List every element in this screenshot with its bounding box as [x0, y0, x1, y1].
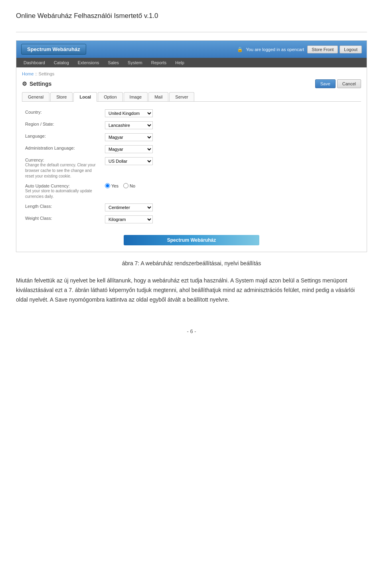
region-label: Region / State: [22, 119, 102, 131]
length-class-label: Length Class: [22, 201, 102, 213]
nav-reports[interactable]: Reports [147, 58, 171, 67]
header-right: 🔒 You are logged in as opencart Store Fr… [237, 45, 362, 53]
nav-system[interactable]: System [124, 58, 146, 67]
screenshot-container: Spectrum Webáruház 🔒 You are logged in a… [16, 40, 367, 252]
language-field: Magyar [102, 131, 361, 143]
settings-title-text: Settings [30, 81, 51, 87]
settings-header: ⚙ Settings Save Cancel [22, 79, 361, 88]
table-row: Length Class: Centimeter [22, 201, 361, 213]
table-row: Administration Language: Magyar [22, 143, 361, 155]
admin-header: Spectrum Webáruház 🔒 You are logged in a… [16, 41, 367, 58]
page-title: Online Webáruház Felhasználói Ismertető … [16, 12, 367, 20]
radio-yes-label[interactable]: Yes [105, 183, 118, 188]
language-label: Language: [22, 131, 102, 143]
table-row: Country: United Kingdom [22, 107, 361, 119]
header-action-buttons: Save Cancel [315, 79, 361, 88]
country-field: United Kingdom [102, 107, 361, 119]
tab-server[interactable]: Server [169, 92, 194, 101]
settings-title-group: ⚙ Settings [22, 81, 51, 87]
breadcrumb-current: Settings [39, 71, 55, 76]
auto-update-label: Auto Update Currency: Set your store to … [22, 181, 102, 201]
radio-yes[interactable] [105, 183, 110, 188]
length-class-select[interactable]: Centimeter [105, 203, 153, 211]
caption-text: ábra 7: A webáruház rendszerbeállításai,… [16, 260, 367, 266]
nav-catalog[interactable]: Catalog [50, 58, 73, 67]
table-row: Currency: Change the default currency. C… [22, 155, 361, 181]
page-footer: - 6 - [16, 328, 367, 334]
table-row: Weight Class: Kilogram [22, 213, 361, 225]
tab-option[interactable]: Option [98, 92, 122, 101]
table-row: Auto Update Currency: Set your store to … [22, 181, 361, 201]
country-select[interactable]: United Kingdom [105, 109, 153, 117]
currency-field: US Dollar [102, 155, 361, 181]
nav-extensions[interactable]: Extensions [74, 58, 103, 67]
save-button[interactable]: Save [315, 79, 336, 88]
weight-class-label: Weight Class: [22, 213, 102, 225]
weight-class-field: Kilogram [102, 213, 361, 225]
header-left: Spectrum Webáruház [21, 44, 86, 55]
store-front-button[interactable]: Store Front [307, 45, 338, 53]
page-number: - 6 - [187, 328, 196, 334]
tab-general[interactable]: General [22, 92, 49, 101]
weight-class-select[interactable]: Kilogram [105, 215, 153, 223]
tab-mail[interactable]: Mail [148, 92, 168, 101]
logout-button[interactable]: Logout [340, 45, 362, 53]
table-row: Language: Magyar [22, 131, 361, 143]
region-select[interactable]: Lancashire [105, 121, 153, 129]
length-class-field: Centimeter [102, 201, 361, 213]
language-select[interactable]: Magyar [105, 133, 153, 141]
auto-update-sublabel: Set your store to automatically update c… [25, 188, 99, 199]
spectrum-bar: Spectrum Webáruház [124, 235, 259, 245]
settings-form: Country: United Kingdom Region / State: … [22, 107, 361, 225]
currency-sublabel: Change the default currency. Clear your … [25, 162, 99, 179]
store-name-badge: Spectrum Webáruház [21, 44, 86, 55]
admin-top-buttons: Store Front Logout [307, 45, 362, 53]
tab-store[interactable]: Store [50, 92, 73, 101]
breadcrumb-separator: :: [35, 71, 38, 76]
cancel-button[interactable]: Cancel [337, 79, 361, 88]
breadcrumb: Home :: Settings [22, 71, 361, 76]
admin-content: Home :: Settings ⚙ Settings Save Cancel … [16, 67, 367, 252]
nav-help[interactable]: Help [171, 58, 188, 67]
spectrum-bar-wrapper: Spectrum Webáruház [22, 225, 361, 248]
breadcrumb-home[interactable]: Home [22, 71, 34, 76]
tab-image[interactable]: Image [124, 92, 148, 101]
body-paragraph-1: Miután felvettük az új nyelvet be kell á… [16, 276, 367, 304]
table-row: Region / State: Lancashire [22, 119, 361, 131]
currency-select[interactable]: US Dollar [105, 157, 153, 165]
admin-language-label: Administration Language: [22, 143, 102, 155]
radio-no[interactable] [123, 183, 128, 188]
settings-tabs: General Store Local Option Image Mail Se… [22, 92, 361, 102]
country-label: Country: [22, 107, 102, 119]
divider [16, 32, 367, 32]
nav-sales[interactable]: Sales [104, 58, 123, 67]
admin-language-select[interactable]: Magyar [105, 145, 153, 153]
auto-update-radio-group: Yes No [105, 183, 358, 188]
radio-no-label[interactable]: No [123, 183, 135, 188]
settings-icon: ⚙ [22, 81, 27, 87]
lock-icon: 🔒 [237, 47, 243, 52]
tab-local[interactable]: Local [73, 92, 97, 102]
body-section: Miután felvettük az új nyelvet be kell á… [16, 276, 367, 304]
nav-dashboard[interactable]: Dashboard [20, 58, 49, 67]
admin-language-field: Magyar [102, 143, 361, 155]
logged-in-text: You are logged in as opencart [246, 47, 304, 52]
currency-label: Currency: Change the default currency. C… [22, 155, 102, 181]
auto-update-field: Yes No [102, 181, 361, 201]
region-field: Lancashire [102, 119, 361, 131]
nav-bar: Dashboard Catalog Extensions Sales Syste… [16, 58, 367, 67]
